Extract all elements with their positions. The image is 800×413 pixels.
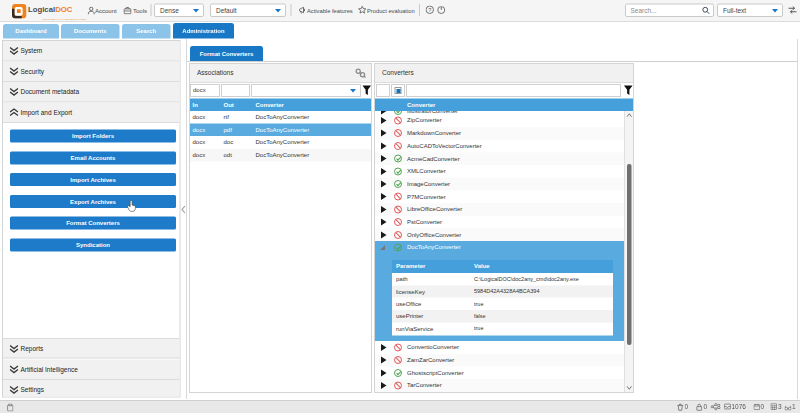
svg-text:?: ? bbox=[428, 7, 431, 13]
